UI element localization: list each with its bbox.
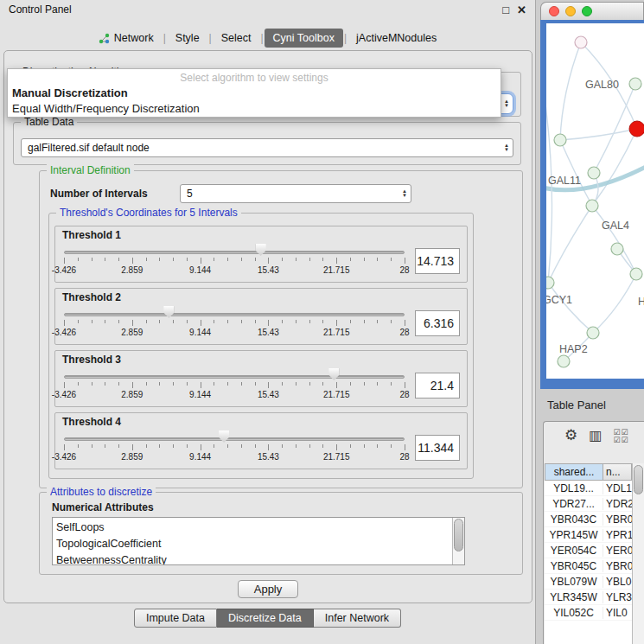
slider-scale-label: 15.43 [258,390,279,399]
attributes-scrollbar[interactable] [452,518,464,564]
control-panel-body: Discretization Algorithm ▲▼ Table Data g… [3,50,532,603]
threshold-value[interactable]: 11.344 [415,435,460,461]
table-row[interactable]: YBL079WYBL0 [545,574,632,590]
zoom-traffic-light[interactable] [582,6,592,16]
minimize-traffic-light[interactable] [565,6,576,16]
slider-scale-label: 15.43 [258,452,279,462]
slider-scale-label: 21.715 [323,265,350,275]
column-header-n[interactable]: n... [603,463,632,481]
table-scrollbar[interactable] [632,463,644,644]
table-row[interactable]: YBR043CYBR0 [545,512,632,527]
threshold-slider[interactable]: -3.4262.8599.14415.4321.71528 [62,243,406,279]
table-row[interactable]: YDL19...YDL1 [545,481,632,496]
checkbox-icon: ☑☑ [613,437,628,444]
network-frame: GAL80GAL11GAL4GCY1HAP2H [540,20,644,389]
tab-select[interactable]: Select [213,29,260,48]
column-visibility-icons[interactable]: ☑☑ ☑☑ [613,429,628,444]
tab-separator: | [260,32,263,44]
tab-network[interactable]: Network [90,29,163,48]
node-label: H [638,296,644,308]
network-edge[interactable] [593,274,636,333]
gear-icon[interactable]: ⚙ [564,428,577,443]
network-node[interactable] [611,243,623,255]
tab-style[interactable]: Style [167,29,208,48]
network-node[interactable] [629,121,644,137]
table-row[interactable]: YPR145WYPR1 [545,527,632,543]
threshold-value[interactable]: 6.316 [415,310,460,336]
network-node[interactable] [630,268,642,280]
table-row[interactable]: YBR045CYBR0 [545,558,632,574]
tab-label: Network [114,32,154,44]
table-data-combobox[interactable]: galFiltered.sif default node ▲▼ [21,138,513,157]
table-cell: YDR27... [545,498,603,510]
network-node[interactable] [587,327,599,339]
group-title: Threshold's Coordinates for 5 Intervals [56,207,241,220]
threshold-value[interactable]: 21.4 [415,373,460,399]
table-cell: YIL0 [603,607,632,619]
threshold-slider[interactable]: -3.4262.8599.14415.4321.71528 [62,430,406,466]
network-canvas[interactable]: GAL80GAL11GAL4GCY1HAP2H [546,23,644,379]
table-panel-window: ⚙ ▥ ☑☑ ☑☑ shared...n... YDL19...YDL1YDR2… [543,421,644,644]
network-edge[interactable] [548,206,592,283]
network-view-window: GAL80GAL11GAL4GCY1HAP2H [540,2,644,389]
scrollbar-thumb[interactable] [634,465,643,494]
slider-track [64,313,405,316]
dropdown-item-manual-discretization[interactable]: Manual Discretization [8,86,501,101]
network-edge[interactable] [548,283,593,333]
slider-track [64,251,405,254]
slider-scale-label: 2.859 [121,390,143,399]
apply-button[interactable]: Apply [238,580,298,598]
network-edge[interactable] [560,129,637,140]
float-window-icon[interactable]: □ [502,3,509,16]
network-edge[interactable] [592,206,636,274]
table-row[interactable]: YER054CYER0 [545,543,632,558]
slider-scale-label: -3.426 [52,328,76,337]
slider-scale-label: 2.859 [121,328,143,337]
network-edge[interactable] [592,129,637,206]
threshold-slider[interactable]: -3.4262.8599.14415.4321.71528 [62,305,406,341]
control-panel: Control Panel □ ✕ Network|Style|Select|C… [0,0,536,644]
table-cell: YBR0 [603,560,632,572]
close-icon[interactable]: ✕ [517,3,526,16]
number-of-intervals-row: Number of Intervals 5 ▲▼ [50,183,512,204]
dropdown-item-equal-width-frequency-discretization[interactable]: Equal Width/Frequency Discretization [8,101,501,117]
network-canvas-svg: GAL80GAL11GAL4GCY1HAP2H [546,23,644,379]
attribute-item-selfloops[interactable]: SelfLoops [56,520,449,536]
num-intervals-combobox[interactable]: 5 ▲▼ [180,184,411,203]
node-label: GCY1 [546,294,572,306]
threshold-value[interactable]: 14.713 [415,248,460,274]
column-header-shared[interactable]: shared... [545,463,603,481]
close-traffic-light[interactable] [549,6,559,16]
bottom-tab-infer-network[interactable]: Infer Network [314,609,401,628]
scrollbar-thumb[interactable] [454,519,463,552]
top-tab-bar: Network|Style|Select|Cyni Toolbox|jActiv… [0,29,535,48]
network-node[interactable] [629,78,641,90]
threshold-panel: Threshold 4-3.4262.8599.14415.4321.71528… [54,412,468,469]
columns-icon[interactable]: ▥ [589,428,602,443]
network-icon [99,33,110,44]
network-edge[interactable] [560,42,581,140]
network-node[interactable] [575,36,587,48]
network-node[interactable] [546,277,554,289]
slider-track [64,437,405,441]
slider-scale-label: -3.426 [52,452,76,462]
network-node[interactable] [558,355,570,367]
attribute-item-topologicalcoefficient[interactable]: TopologicalCoefficient [56,536,449,552]
bottom-tab-discretize-data[interactable]: Discretize Data [217,609,314,628]
table-row[interactable]: YIL052CYIL0 [545,605,632,621]
table-row[interactable]: YLR345WYLR3 [545,590,632,605]
table-cell: YPR145W [545,529,603,541]
network-window-titlebar [540,2,644,20]
node-label: GAL80 [585,79,619,91]
table-row[interactable]: YDR27...YDR2 [545,496,632,512]
bottom-tab-impute-data[interactable]: Impute Data [134,609,217,628]
tab-cyni-toolbox[interactable]: Cyni Toolbox [265,29,343,48]
threshold-slider[interactable]: -3.4262.8599.14415.4321.71528 [62,367,406,404]
tab-jactivemnodules[interactable]: jActiveMNodules [348,29,445,48]
algorithm-dropdown-list: Manual DiscretizationEqual Width/Frequen… [8,86,501,117]
network-node[interactable] [586,200,598,212]
tab-separator: | [209,32,212,44]
network-node[interactable] [588,167,600,179]
attribute-item-betweennesscentrality[interactable]: BetweennessCentrality [56,552,449,564]
network-node[interactable] [554,134,566,146]
